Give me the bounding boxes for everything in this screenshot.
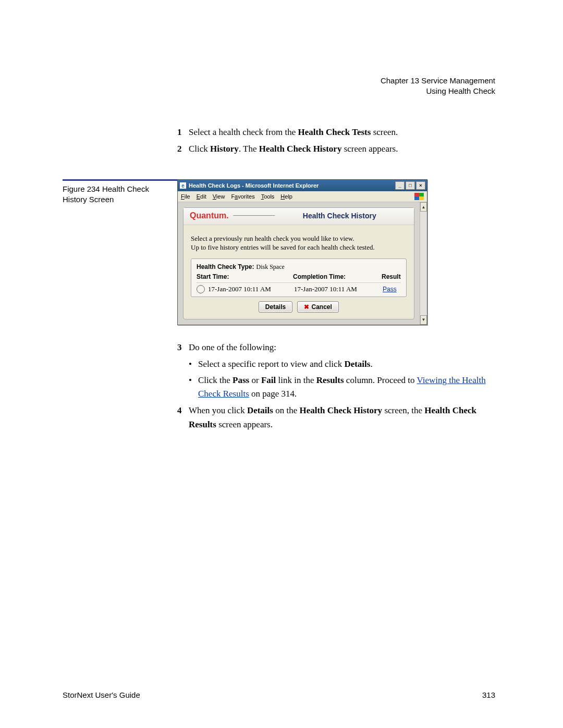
menu-help[interactable]: Help	[280, 193, 292, 200]
intro-text: Select a previously run health check you…	[191, 235, 407, 252]
col-start: Start Time:	[197, 273, 293, 280]
footer-guide: StorNext User's Guide	[63, 690, 140, 699]
windows-flag-icon	[414, 193, 424, 200]
details-button[interactable]: Details	[259, 301, 292, 313]
menu-edit[interactable]: Edit	[197, 193, 206, 200]
table-row[interactable]: 17-Jan-2007 10:11 AM 17-Jan-2007 10:11 A…	[197, 284, 401, 294]
menu-favorites[interactable]: Favorites	[231, 193, 254, 200]
cancel-x-icon: ✖	[304, 303, 309, 311]
row-radio[interactable]	[197, 285, 205, 293]
type-label: Health Check Type:	[197, 263, 254, 270]
footer-page: 313	[482, 690, 495, 699]
section-line: Using Health Check	[63, 86, 495, 96]
cancel-button[interactable]: ✖Cancel	[297, 301, 338, 313]
close-button[interactable]: ×	[416, 181, 425, 190]
step-3b: • Click the Pass or Fail link in the Res…	[189, 374, 495, 401]
col-result: Result	[382, 273, 401, 280]
brand-logo: Quantum.	[190, 211, 229, 220]
menu-file[interactable]: File	[181, 193, 190, 200]
chapter-line: Chapter 13 Service Management	[63, 76, 495, 86]
completion-time: 17-Jan-2007 10:11 AM	[294, 285, 383, 293]
step-3a: • Select a specific report to view and c…	[189, 357, 495, 371]
panel: Quantum. Health Check History Select a p…	[183, 207, 414, 319]
menu-bar: File Edit View Favorites Tools Help	[178, 191, 427, 202]
screenshot-window: e Health Check Logs - Microsoft Internet…	[177, 179, 427, 325]
menu-view[interactable]: View	[213, 193, 225, 200]
step-4: 4 When you click Details on the Health C…	[177, 404, 495, 431]
scroll-up-icon[interactable]: ▲	[420, 202, 427, 212]
col-completion: Completion Time:	[293, 273, 382, 280]
panel-title: Health Check History	[303, 212, 376, 220]
figure-caption: Figure 234 Health Check History Screen	[63, 179, 177, 325]
ie-icon: e	[179, 182, 187, 189]
type-value: Disk Space	[256, 263, 284, 271]
title-bar: e Health Check Logs - Microsoft Internet…	[178, 180, 427, 191]
result-link[interactable]: Pass	[383, 286, 397, 293]
page-header: Chapter 13 Service Management Using Heal…	[63, 76, 495, 97]
minimize-button[interactable]: _	[395, 181, 405, 190]
maximize-button[interactable]: □	[406, 181, 415, 190]
scrollbar[interactable]: ▲ ▼	[420, 202, 427, 325]
step-1: 1 Select a health check from the Health …	[177, 126, 495, 139]
page-footer: StorNext User's Guide 313	[63, 690, 495, 699]
window-title: Health Check Logs - Microsoft Internet E…	[189, 182, 395, 189]
step-2: 2 Click History. The Health Check Histor…	[177, 142, 495, 156]
scroll-down-icon[interactable]: ▼	[420, 315, 427, 325]
start-time: 17-Jan-2007 10:11 AM	[208, 285, 294, 293]
history-table: Health Check Type: Disk Space Start Time…	[191, 258, 407, 297]
step-3: 3 Do one of the following:	[177, 341, 495, 354]
menu-tools[interactable]: Tools	[261, 193, 275, 200]
